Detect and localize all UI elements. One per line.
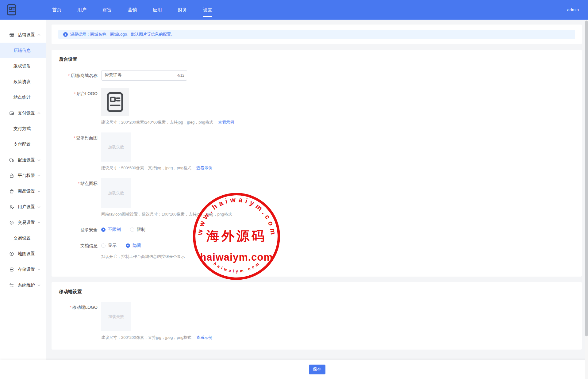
sidebar-group-label: 店铺设置 — [18, 32, 35, 38]
sidebar-item-policy[interactable]: 政策协议 — [0, 74, 46, 90]
form-row-site-icon: *站点图标 加载失败 网站favicon图标设置，建议尺寸：100*100像素，… — [59, 178, 575, 217]
chevron-down-icon — [37, 206, 40, 208]
nav-item-apps[interactable]: 应用 — [153, 0, 162, 20]
sidebar-item-copyright[interactable]: 版权资质 — [0, 58, 46, 74]
tip-text: 温馨提示：商城名称、商城Logo、默认图片等信息的配置。 — [70, 32, 175, 37]
page-scrollbar[interactable] — [585, 20, 588, 379]
form-row-login-cover: *登录封面图 加载失败 建议尺寸：500*500像素，支持jpg，jpeg，pn… — [59, 132, 575, 171]
login-cover-label: *登录封面图 — [59, 132, 101, 171]
backend-logo-upload[interactable] — [101, 88, 129, 116]
sidebar-group-shop-settings[interactable]: 店铺设置 — [0, 27, 46, 43]
map-target-icon — [9, 251, 14, 256]
sidebar-item-label: 政策协议 — [13, 79, 31, 85]
radio-dot — [101, 228, 106, 232]
login-security-label: 登录安全 — [59, 224, 101, 235]
nav-item-marketing[interactable]: 营销 — [128, 0, 137, 20]
radio-label: 不限制 — [108, 227, 121, 232]
mobile-logo-hint: 建议尺寸：200*200像素，支持jpg，jpeg，png格式 — [101, 335, 191, 340]
load-failed-text: 加载失败 — [108, 314, 124, 320]
sidebar-item-payment-method[interactable]: 支付方式 — [0, 121, 46, 136]
system-icon — [9, 283, 14, 288]
doc-info-label: 文档信息 — [59, 240, 101, 259]
view-example-link[interactable]: 查看示例 — [196, 165, 212, 171]
sidebar-group-system-maintenance[interactable]: 系统维护 — [0, 277, 46, 293]
radio-show[interactable]: 显示 — [101, 243, 117, 248]
truck-icon — [9, 158, 14, 163]
storage-icon — [9, 267, 14, 272]
sidebar-group-label: 用户设置 — [18, 204, 35, 210]
sidebar-group-label: 地图设置 — [18, 251, 35, 257]
backend-settings-title: 后台设置 — [59, 56, 575, 62]
shop-name-input[interactable]: 智天证券 4/12 — [101, 70, 187, 81]
radio-unrestricted[interactable]: 不限制 — [101, 227, 121, 232]
form-row-mobile-logo: *移动端LOGO 加载失败 建议尺寸：200*200像素，支持jpg，jpeg，… — [59, 302, 575, 340]
radio-label: 限制 — [137, 227, 145, 232]
sidebar-group-label: 配送设置 — [18, 157, 35, 163]
sidebar-item-trade-settings[interactable]: 交易设置 — [0, 230, 46, 246]
radio-dot — [101, 243, 106, 248]
sidebar-item-site-stats[interactable]: 站点统计 — [0, 90, 46, 105]
chevron-up-icon — [37, 34, 40, 36]
sidebar-group-goods-settings[interactable]: 商品设置 — [0, 183, 46, 199]
sidebar-group-label: 存储设置 — [18, 267, 35, 272]
sidebar-group-platform-permission[interactable]: 平台权限 — [0, 168, 46, 183]
required-mark: * — [78, 181, 79, 186]
chevron-up-icon — [37, 112, 40, 114]
required-mark: * — [74, 136, 75, 140]
mobile-settings-title: 移动端设置 — [59, 289, 575, 295]
radio-hide[interactable]: 隐藏 — [126, 243, 141, 248]
sidebar-item-payment-config[interactable]: 支付配置 — [0, 136, 46, 152]
view-example-link[interactable]: 查看示例 — [196, 335, 212, 340]
sidebar-group-label: 交易设置 — [18, 220, 35, 225]
sidebar-group-label: 支付设置 — [18, 110, 35, 116]
shop-name-label: *店铺/商城名称 — [59, 70, 101, 81]
view-example-link[interactable]: 查看示例 — [218, 120, 234, 125]
main-content: i 温馨提示：商城名称、商城Logo、默认图片等信息的配置。 后台设置 *店铺/… — [46, 20, 588, 379]
radio-dot — [126, 243, 130, 248]
lock-icon — [9, 173, 14, 178]
sidebar-item-label: 店铺信息 — [13, 48, 31, 53]
footer-bar: 保存 — [0, 360, 588, 379]
scrollbar-thumb[interactable] — [585, 21, 588, 336]
sidebar-group-storage-settings[interactable]: 存储设置 — [0, 262, 46, 277]
top-navbar: 首页 用户 财富 营销 应用 财务 设置 admin — [0, 0, 588, 20]
required-mark: * — [74, 91, 75, 96]
nav-item-users[interactable]: 用户 — [77, 0, 86, 20]
form-row-shop-name: *店铺/商城名称 智天证券 4/12 — [59, 70, 575, 81]
nav-item-wealth[interactable]: 财富 — [102, 0, 112, 20]
tip-banner: i 温馨提示：商城名称、商城Logo、默认图片等信息的配置。 — [58, 30, 575, 39]
nav-item-finance[interactable]: 财务 — [178, 0, 187, 20]
radio-restricted[interactable]: 限制 — [130, 227, 145, 232]
form-row-login-security: 登录安全 不限制 限制 — [59, 224, 575, 235]
chevron-up-icon — [37, 222, 40, 224]
radio-dot — [130, 228, 134, 232]
mobile-logo-upload[interactable]: 加载失败 — [101, 302, 131, 331]
mobile-settings-card: 移动端设置 *移动端LOGO 加载失败 建议尺寸：200*200像素，支持jpg… — [52, 282, 582, 350]
shop-icon — [9, 33, 14, 37]
sidebar-group-label: 商品设置 — [18, 189, 35, 194]
sidebar-group-label: 平台权限 — [18, 173, 35, 178]
sidebar-group-delivery-settings[interactable]: 配送设置 — [0, 152, 46, 168]
nav-item-home[interactable]: 首页 — [52, 0, 61, 20]
app-logo-icon[interactable] — [6, 2, 18, 17]
sidebar-group-user-settings[interactable]: 用户设置 — [0, 199, 46, 215]
nav-item-settings[interactable]: 设置 — [203, 0, 212, 20]
sidebar-group-payment-settings[interactable]: 支付设置 — [0, 105, 46, 121]
sidebar-item-label: 支付配置 — [13, 142, 31, 147]
sidebar-item-label: 支付方式 — [13, 126, 31, 132]
chevron-down-icon — [37, 175, 40, 177]
save-button[interactable]: 保存 — [309, 365, 325, 374]
sidebar-group-trade-settings[interactable]: 交易设置 — [0, 215, 46, 230]
user-edit-icon — [9, 205, 14, 209]
site-icon-upload[interactable]: 加载失败 — [101, 178, 131, 208]
sidebar-group-label: 系统维护 — [18, 282, 35, 288]
sidebar-item-shop-info[interactable]: 店铺信息 — [0, 43, 46, 58]
load-failed-text: 加载失败 — [108, 144, 124, 150]
login-cover-upload[interactable]: 加载失败 — [101, 132, 131, 162]
sidebar-group-map-settings[interactable]: 地图设置 — [0, 246, 46, 262]
card-logo-image — [106, 92, 124, 113]
backend-logo-label: *后台LOGO — [59, 88, 101, 125]
current-user[interactable]: admin — [567, 7, 579, 12]
shop-name-value: 智天证券 — [105, 73, 122, 78]
login-cover-hint: 建议尺寸：500*500像素，支持jpg，jpeg，png格式 — [101, 165, 191, 171]
